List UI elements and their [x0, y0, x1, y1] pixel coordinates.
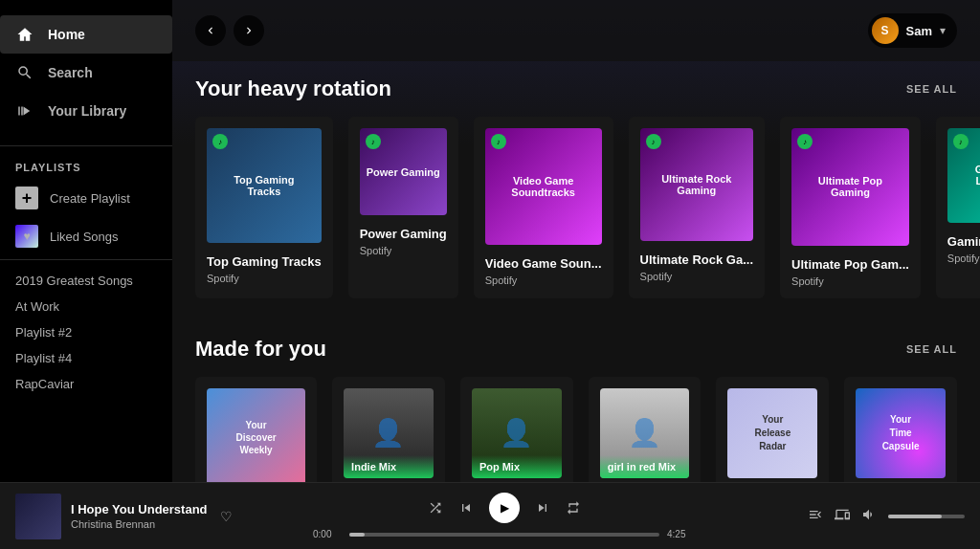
- shuffle-button[interactable]: [428, 500, 443, 516]
- sidebar-nav-label-search: Search: [48, 65, 93, 80]
- player-center: ▶ 0:00 4:25: [251, 493, 758, 539]
- card-image-ultimate-pop: ♪ Ultimate PopGaming: [791, 128, 909, 246]
- playlist-item-1[interactable]: At Work: [0, 294, 172, 319]
- girl-red-overlay: girl in red Mix: [600, 455, 690, 478]
- card-image-pop: 👤 Pop Mix: [472, 388, 562, 478]
- user-menu[interactable]: S Sam ▾: [868, 13, 957, 48]
- card-title-gaming-lounge: Gaming Lounge: [947, 234, 980, 249]
- progress-bar-container: 0:00 4:25: [313, 529, 696, 539]
- card-image-ultimate-rock: ♪ Ultimate RockGaming: [640, 128, 753, 241]
- card-image-girl-red: 👤 girl in red Mix: [600, 388, 690, 478]
- sidebar-nav: Home Search Your Library: [0, 8, 172, 142]
- prev-button[interactable]: [458, 500, 474, 516]
- total-time: 4:25: [667, 529, 696, 539]
- volume-icon: [861, 507, 877, 525]
- liked-songs-icon: ♥: [15, 225, 38, 248]
- liked-songs-button[interactable]: ♥ Liked Songs: [0, 217, 172, 255]
- card-gaming-lounge[interactable]: ♪ Gaming Lounge Gaming Lounge Spotify ▶: [936, 117, 980, 298]
- home-icon: [15, 25, 34, 44]
- now-playing-title: I Hope You Understand: [71, 502, 211, 516]
- spotify-badge-5: ♪: [797, 134, 813, 149]
- card-pop-mix[interactable]: 👤 Pop Mix Pop Mix ▶: [460, 377, 573, 482]
- playlists-label: PLAYLISTS: [0, 150, 172, 179]
- heart-button[interactable]: ♡: [220, 509, 235, 524]
- playlist-item-3[interactable]: Playlist #4: [0, 345, 172, 371]
- create-playlist-label: Create Playlist: [50, 191, 130, 206]
- card-image-top-gaming: ♪ Top GamingTracks: [207, 128, 322, 243]
- library-icon: [15, 101, 34, 121]
- playlist-item-0[interactable]: 2019 Greatest Songs: [0, 268, 172, 294]
- card-girl-in-red[interactable]: 👤 girl in red Mix Girl In Red Mix ▶: [589, 377, 702, 482]
- back-button[interactable]: [195, 15, 226, 46]
- card-video-game[interactable]: ♪ Video GameSoundtracks Video Game Soun.…: [474, 117, 613, 298]
- spotify-badge: ♪: [212, 134, 228, 149]
- card-discover-weekly[interactable]: YourDiscoverWeekly Discover Weekly ▶: [195, 377, 317, 482]
- spotify-badge-6: ♪: [953, 134, 969, 149]
- playlist-item-4[interactable]: RapCaviar: [0, 371, 172, 397]
- sidebar-nav-label-library: Your Library: [48, 103, 126, 119]
- sidebar-divider: [0, 145, 172, 146]
- card-image-gaming-lounge: ♪ Gaming Lounge: [947, 128, 980, 223]
- forward-button[interactable]: [234, 15, 264, 46]
- main-content: S Sam ▾ Your heavy rotation SEE ALL ♪ To…: [172, 0, 980, 482]
- search-icon: [15, 63, 34, 82]
- volume-fill: [888, 515, 942, 518]
- liked-songs-label: Liked Songs: [50, 230, 119, 244]
- card-image-discover: YourDiscoverWeekly: [207, 388, 305, 482]
- spotify-badge-2: ♪: [366, 134, 381, 149]
- devices-button[interactable]: [835, 507, 850, 525]
- sidebar-item-home[interactable]: Home: [0, 15, 172, 54]
- create-playlist-button[interactable]: + Create Playlist: [0, 179, 172, 217]
- card-ultimate-pop[interactable]: ♪ Ultimate PopGaming Ultimate Pop Gam...…: [780, 117, 921, 298]
- user-avatar: S: [872, 17, 899, 44]
- card-image-release: YourReleaseRadar: [727, 388, 817, 478]
- sidebar-nav-label-home: Home: [48, 27, 85, 42]
- card-subtitle-gaming-lounge: Spotify: [947, 253, 980, 264]
- play-button[interactable]: ▶: [489, 493, 520, 523]
- heavy-rotation-grid: ♪ Top GamingTracks Top Gaming Tracks Spo…: [195, 117, 957, 298]
- made-for-you-grid: YourDiscoverWeekly Discover Weekly ▶ 👤 I…: [195, 377, 957, 482]
- card-image-video-game: ♪ Video GameSoundtracks: [485, 128, 602, 245]
- spotify-badge-3: ♪: [491, 134, 506, 149]
- card-ultimate-rock[interactable]: ♪ Ultimate RockGaming Ultimate Rock Ga..…: [629, 117, 765, 298]
- card-top-gaming[interactable]: ♪ Top GamingTracks Top Gaming Tracks Spo…: [195, 117, 333, 298]
- user-name: Sam: [906, 24, 932, 38]
- sidebar: Home Search Your Library PL: [0, 0, 172, 482]
- now-playing-artist: Christina Brennan: [71, 518, 211, 530]
- repeat-button[interactable]: [566, 500, 581, 516]
- volume-bar[interactable]: [888, 515, 965, 518]
- card-release-radar[interactable]: YourReleaseRadar Release Radar ▶: [716, 377, 829, 482]
- main-layout: Home Search Your Library PL: [0, 0, 980, 482]
- bottom-bar: I Hope You Understand Christina Brennan …: [0, 482, 980, 549]
- indie-mix-overlay: Indie Mix: [344, 455, 434, 478]
- sidebar-divider-2: [0, 259, 172, 260]
- card-indie-mix[interactable]: 👤 Indie Mix Indie Mix ▶: [332, 377, 445, 482]
- card-title-power-gaming: Power Gaming: [360, 227, 447, 241]
- progress-bar[interactable]: [349, 533, 659, 537]
- queue-button[interactable]: [808, 507, 823, 525]
- card-subtitle-power-gaming: Spotify: [360, 245, 447, 256]
- player-controls: ▶: [428, 493, 581, 523]
- now-playing: I Hope You Understand Christina Brennan …: [15, 494, 235, 539]
- heavy-rotation-header: Your heavy rotation SEE ALL: [195, 61, 957, 101]
- made-for-you-title: Made for you: [195, 337, 326, 362]
- create-playlist-icon: +: [15, 187, 38, 209]
- playlist-item-2[interactable]: Playlist #2: [0, 319, 172, 345]
- next-button[interactable]: [535, 500, 550, 516]
- now-playing-info: I Hope You Understand Christina Brennan: [71, 502, 211, 530]
- current-time: 0:00: [313, 529, 342, 539]
- nav-arrows: [195, 15, 264, 46]
- sidebar-item-library[interactable]: Your Library: [0, 92, 172, 130]
- heavy-rotation-title: Your heavy rotation: [195, 77, 391, 101]
- heavy-rotation-see-all[interactable]: SEE ALL: [906, 83, 957, 95]
- card-time-capsule[interactable]: YourTimeCapsule Time Capsule ▶: [844, 377, 957, 482]
- card-power-gaming[interactable]: ♪ Power Gaming Power Gaming Spotify ▶: [348, 117, 458, 298]
- top-bar: S Sam ▾: [172, 0, 980, 61]
- player-right: [773, 507, 965, 525]
- made-for-you-see-all[interactable]: SEE ALL: [906, 343, 957, 355]
- heavy-rotation-section: Your heavy rotation SEE ALL ♪ Top Gaming…: [172, 61, 980, 321]
- made-for-you-section: Made for you SEE ALL YourDiscoverWeekly …: [172, 321, 980, 482]
- progress-fill: [349, 533, 365, 537]
- sidebar-item-search[interactable]: Search: [0, 54, 172, 92]
- playlist-list: 2019 Greatest Songs At Work Playlist #2 …: [0, 264, 172, 401]
